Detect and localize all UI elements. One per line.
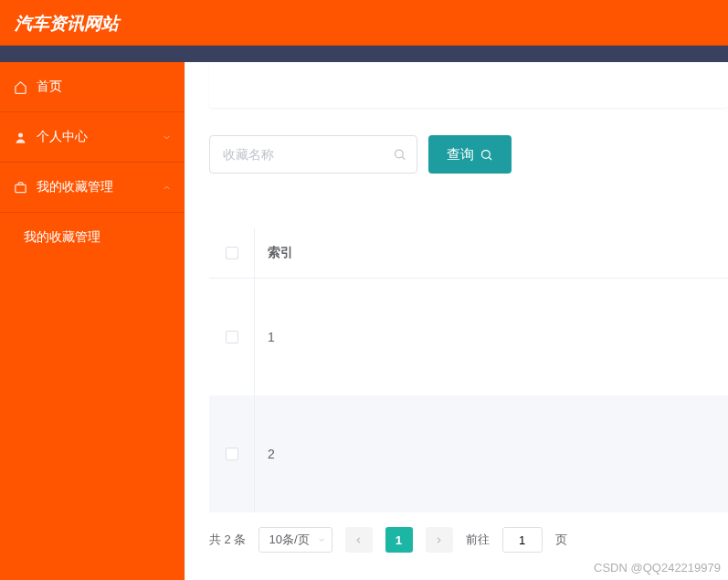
sidebar-label-home: 首页 — [37, 79, 62, 95]
sidebar: 首页 个人中心 我的收藏管理 我的收藏管理 — [0, 62, 185, 580]
row-checkbox-cell — [209, 395, 255, 512]
top-card — [209, 62, 728, 108]
row-index-cell: 1 — [255, 279, 306, 395]
data-table: 索引 1 2 — [209, 228, 728, 512]
svg-line-5 — [489, 157, 491, 160]
pagination-total: 共 2 条 — [209, 532, 246, 548]
table-header-row: 索引 — [209, 228, 728, 279]
search-input[interactable] — [209, 135, 417, 174]
main-content: 查询 索引 1 — [185, 62, 728, 580]
query-button[interactable]: 查询 — [428, 135, 512, 174]
svg-point-4 — [482, 150, 491, 158]
header-checkbox-cell — [209, 228, 255, 278]
sidebar-item-favorites[interactable]: 我的收藏管理 — [0, 163, 185, 213]
goto-page-input[interactable] — [502, 527, 543, 553]
search-icon — [393, 148, 406, 162]
user-icon — [13, 130, 27, 144]
row-checkbox[interactable] — [226, 448, 238, 460]
page-number-button[interactable]: 1 — [385, 527, 413, 553]
query-button-label: 查询 — [447, 146, 474, 163]
page-unit-label: 页 — [555, 532, 567, 548]
app-header: 汽车资讯网站 — [0, 2, 728, 46]
page-size-select[interactable]: 10条/页 — [258, 527, 332, 553]
home-icon — [13, 79, 27, 94]
select-all-checkbox[interactable] — [226, 247, 238, 259]
chevron-up-icon — [162, 183, 172, 193]
goto-label: 前往 — [466, 532, 490, 548]
sidebar-item-personal[interactable]: 个人中心 — [0, 112, 185, 163]
svg-line-3 — [402, 157, 405, 160]
row-checkbox[interactable] — [226, 331, 238, 343]
search-bar: 查询 — [185, 135, 728, 174]
row-index-cell: 2 — [255, 395, 306, 512]
sidebar-label-personal: 个人中心 — [37, 129, 88, 145]
pagination: 共 2 条 10条/页 1 前往 页 — [185, 512, 728, 553]
svg-point-0 — [18, 132, 23, 137]
next-page-button[interactable] — [426, 527, 453, 553]
search-input-wrapper — [209, 135, 417, 174]
svg-point-2 — [396, 150, 404, 158]
table-row: 2 — [209, 395, 728, 512]
header-divider — [0, 46, 728, 62]
chevron-down-icon — [162, 132, 172, 142]
column-header-index: 索引 — [255, 228, 306, 278]
briefcase-icon — [13, 180, 27, 195]
svg-rect-1 — [15, 185, 25, 192]
prev-page-button[interactable] — [345, 527, 373, 553]
page-number: 1 — [396, 533, 402, 547]
sidebar-subitem-favorites[interactable]: 我的收藏管理 — [0, 213, 185, 262]
search-icon — [480, 148, 493, 162]
chevron-down-icon — [317, 535, 326, 544]
sidebar-item-home[interactable]: 首页 — [0, 62, 185, 112]
table-row: 1 — [209, 279, 728, 395]
app-title: 汽车资讯网站 — [15, 12, 119, 36]
page-size-value: 10条/页 — [269, 532, 309, 548]
sidebar-sublabel-favorites: 我的收藏管理 — [24, 229, 100, 244]
sidebar-label-favorites: 我的收藏管理 — [37, 179, 113, 195]
row-checkbox-cell — [209, 279, 255, 395]
